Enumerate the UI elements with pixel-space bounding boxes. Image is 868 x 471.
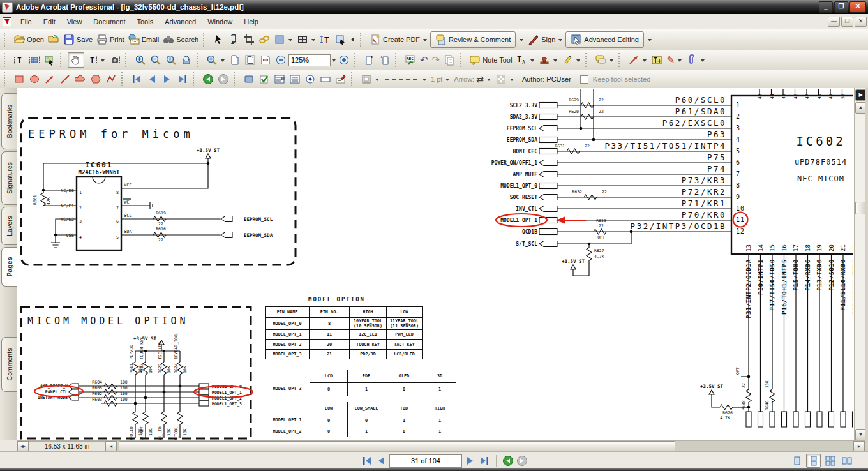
snapshot-tool-button[interactable]	[107, 53, 123, 67]
highlighter-tool-button[interactable]	[560, 53, 583, 67]
color-swatch-dropdown[interactable]	[375, 78, 379, 83]
facing-layout-button[interactable]	[839, 454, 854, 468]
select-image-button[interactable]	[42, 53, 57, 67]
dash-style-dropdown[interactable]	[423, 78, 426, 83]
touchup-text-button[interactable]: T	[318, 33, 333, 47]
select-table-button[interactable]	[27, 53, 42, 67]
opacity-dropdown[interactable]	[510, 78, 514, 83]
next-view-button[interactable]	[216, 72, 231, 86]
close-button[interactable]: ✕	[849, 1, 866, 13]
movie-dropdown[interactable]	[311, 39, 315, 43]
search-button[interactable]: Search	[161, 33, 200, 47]
create-pdf-dropdown[interactable]	[423, 39, 427, 43]
menu-edit[interactable]: Edit	[38, 15, 61, 28]
attach-file-dropdown[interactable]	[701, 59, 705, 64]
article-dropdown[interactable]	[288, 39, 292, 43]
opacity-button[interactable]	[493, 72, 516, 86]
list-box-field-tool[interactable]	[287, 72, 303, 86]
page-number-input[interactable]	[389, 454, 462, 468]
next-page-button[interactable]	[160, 72, 175, 86]
next-page-view-button[interactable]	[377, 53, 393, 67]
menu-help[interactable]: Help	[238, 15, 264, 28]
checkbox-field-tool[interactable]	[257, 72, 272, 86]
text-select-dropdown[interactable]	[101, 59, 105, 64]
radio-button-field-tool[interactable]	[303, 72, 318, 86]
hand-tool-button[interactable]	[68, 52, 84, 68]
dash-style-button[interactable]	[382, 75, 429, 84]
text-edits-dropdown[interactable]	[530, 59, 534, 64]
keep-tool-selected-control[interactable]: Keep tool selected	[578, 74, 653, 85]
color-swatch-button[interactable]	[359, 72, 382, 86]
arrow-markup-dropdown[interactable]	[643, 59, 647, 64]
combo-box-field-tool[interactable]	[272, 72, 287, 86]
scroll-right-button[interactable]: ▸	[853, 441, 865, 452]
zoom-out-button[interactable]	[148, 53, 163, 67]
open-button[interactable]: Open	[11, 33, 46, 47]
previous-page-button[interactable]	[144, 72, 160, 86]
cloud-tool-button[interactable]	[73, 72, 88, 86]
signature-field-tool[interactable]	[333, 72, 348, 86]
status-previous-view-button[interactable]	[502, 455, 514, 467]
text-field-tool[interactable]	[318, 72, 333, 86]
review-comment-dropdown[interactable]	[516, 35, 526, 45]
advanced-editing-dropdown[interactable]	[645, 35, 654, 45]
article-tool-button[interactable]	[272, 33, 295, 47]
menu-file[interactable]: File	[15, 15, 38, 28]
status-next-page-button[interactable]	[465, 455, 476, 467]
minimize-button[interactable]: _	[819, 1, 833, 13]
scroll-tool-button[interactable]	[226, 33, 241, 47]
create-pdf-button[interactable]: Create PDF	[368, 33, 430, 47]
review-comment-button[interactable]: Review & Comment	[430, 31, 516, 48]
maximize-button[interactable]: ❐	[834, 1, 848, 13]
arrow-tool-button[interactable]	[42, 72, 57, 86]
actual-size-button[interactable]	[227, 53, 243, 67]
zoom-in-button[interactable]	[133, 53, 148, 67]
last-page-button[interactable]	[175, 72, 190, 86]
status-previous-page-button[interactable]	[375, 455, 387, 467]
splitter-grip[interactable]: ◂▸	[17, 441, 29, 452]
horizontal-scroll-track[interactable]	[117, 441, 853, 452]
tab-comments[interactable]: Comments	[1, 337, 17, 392]
zoom-decrease-button[interactable]	[273, 53, 288, 67]
single-page-layout-button[interactable]	[789, 454, 804, 468]
keep-tool-selected-checkbox[interactable]	[580, 75, 588, 84]
arrow-ends-dropdown[interactable]	[487, 78, 491, 83]
text-select-tool-button[interactable]: T	[84, 53, 107, 67]
spellcheck-button[interactable]: ABC	[403, 53, 418, 67]
vertical-scrollbar[interactable]: ▶ ▲ ▼	[854, 88, 865, 440]
tab-pages[interactable]: Pages	[1, 247, 17, 287]
previous-view-button[interactable]	[200, 72, 216, 86]
continuous-facing-layout-button[interactable]	[823, 454, 837, 468]
select-text-button[interactable]: T	[11, 53, 27, 67]
copy-button[interactable]	[442, 53, 457, 67]
menu-tools[interactable]: Tools	[131, 15, 160, 28]
fit-page-button[interactable]	[243, 53, 258, 67]
advanced-editing-button[interactable]: Advanced Editing	[565, 31, 644, 48]
line-weight-button[interactable]: 1 pt	[429, 74, 452, 84]
touchup-object-button[interactable]	[333, 33, 357, 47]
status-last-page-button[interactable]	[479, 455, 490, 467]
text-box-tool-button[interactable]: T+	[649, 53, 664, 67]
doc-restore-button[interactable]: ❐	[841, 17, 853, 27]
continuous-layout-button[interactable]	[806, 454, 821, 468]
polyline-tool-button[interactable]	[103, 72, 119, 86]
tab-layers[interactable]: Layers	[1, 207, 17, 245]
button-field-tool[interactable]	[241, 72, 257, 86]
doc-close-button[interactable]: ✕	[855, 17, 867, 27]
sign-dropdown[interactable]	[558, 39, 562, 43]
zoom-tool-button[interactable]	[204, 53, 227, 67]
rectangle-tool-button[interactable]	[11, 72, 27, 86]
attach-file-button[interactable]	[684, 53, 707, 67]
scroll-left-button[interactable]: ◂	[105, 441, 117, 452]
zoom-level-dropdown[interactable]	[332, 59, 336, 64]
first-page-button[interactable]	[129, 72, 144, 86]
crop-tool-button[interactable]	[241, 33, 257, 47]
doc-minimize-button[interactable]: —	[828, 17, 840, 27]
text-edits-button[interactable]: TA	[514, 53, 537, 67]
undo-button[interactable]: ↶	[418, 53, 430, 67]
pencil-dropdown[interactable]	[678, 59, 682, 64]
horizontal-scroll-thumb[interactable]	[119, 441, 675, 452]
status-first-page-button[interactable]	[361, 455, 373, 467]
oval-tool-button[interactable]	[27, 72, 42, 86]
menu-advanced[interactable]: Advanced	[159, 15, 202, 28]
